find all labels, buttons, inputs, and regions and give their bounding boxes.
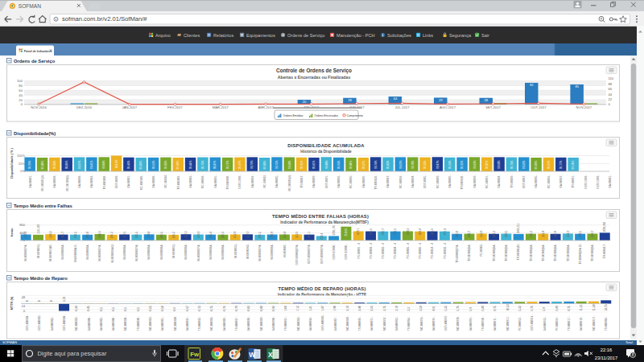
svg-text:BA-00098...: BA-00098... <box>78 173 81 187</box>
svg-text:GER-00900EPA...: GER-00900EPA... <box>320 242 324 264</box>
svg-text:1,47: 1,47 <box>321 306 324 311</box>
svg-text:GER-000984 -: GER-000984 - <box>26 314 29 331</box>
svg-text:0,5: 0,5 <box>100 307 103 311</box>
svg-text:Tempo Médio entre Falhas: Tempo Médio entre Falhas <box>14 204 72 208</box>
svg-text:94-00900EPA...: 94-00900EPA... <box>98 242 101 261</box>
svg-text:344,5: 344,5 <box>579 230 582 237</box>
svg-text:MC-00095...: MC-00095... <box>349 173 353 187</box>
svg-text:305,4: 305,4 <box>209 231 213 237</box>
svg-text:0,67: 0,67 <box>186 306 189 311</box>
svg-text:TEMPO MÉDIO DE REPARO (HORAS): TEMPO MÉDIO DE REPARO (HORAS) <box>278 286 365 291</box>
svg-text:GER-0087...: GER-0087... <box>522 173 526 187</box>
svg-text:Histórico da Disponibilidade: Histórico da Disponibilidade <box>300 149 352 153</box>
svg-text:99,83%: 99,83% <box>386 160 390 169</box>
svg-text:Tempo Médio de Reparo: Tempo Médio de Reparo <box>14 276 68 281</box>
svg-text:99,85%: 99,85% <box>53 160 56 169</box>
svg-text:104,6%: 104,6% <box>115 159 118 168</box>
svg-text:99,99%: 99,99% <box>28 160 31 169</box>
svg-text:SOFMAN: SOFMAN <box>19 3 41 9</box>
svg-text:99,78%: 99,78% <box>411 160 415 169</box>
svg-text:BA-000990 -: BA-000990 - <box>272 316 275 331</box>
svg-text:0: 0 <box>26 300 29 302</box>
svg-text:475,6: 475,6 <box>369 228 373 234</box>
svg-text:92: 92 <box>530 83 534 87</box>
svg-text:MC-000992 -: MC-000992 - <box>383 315 386 331</box>
svg-text:MC-00091...: MC-00091... <box>485 173 489 187</box>
svg-text:239,82: 239,82 <box>602 221 606 232</box>
svg-text:MC-000989 -: MC-000989 - <box>260 315 263 331</box>
svg-text:2,75: 2,75 <box>383 306 386 311</box>
svg-text:TR-00900(BA...: TR-00900(BA... <box>554 242 557 261</box>
svg-text:8: 8 <box>632 352 634 357</box>
svg-text:2,56: 2,56 <box>370 306 374 311</box>
svg-text:98,87%: 98,87% <box>213 160 217 169</box>
svg-text:340,8: 340,8 <box>456 230 459 237</box>
svg-text:99,77%: 99,77% <box>559 160 563 169</box>
svg-text:300,5: 300,5 <box>160 231 163 237</box>
svg-text:Controle de Ordens de Serviço: Controle de Ordens de Serviço <box>276 68 352 74</box>
svg-text:20: 20 <box>303 100 307 104</box>
svg-text:PG-00043 - 4: PG-00043 - 4 <box>444 242 447 258</box>
svg-text:OUT-2017: OUT-2017 <box>530 105 547 109</box>
svg-text:110,43: 110,43 <box>36 224 40 234</box>
svg-text:94-00900BA...: 94-00900BA... <box>160 242 163 259</box>
svg-text:W: W <box>249 351 256 359</box>
svg-text:TR-000917 -: TR-000917 - <box>568 316 571 331</box>
svg-text:8,75: 8,75 <box>493 306 497 311</box>
svg-text:MC-00089...: MC-00089... <box>436 173 440 187</box>
svg-text:266,51: 266,51 <box>516 222 520 232</box>
svg-text:Relatórios: Relatórios <box>213 33 233 38</box>
svg-text:Ordens de Serviço: Ordens de Serviço <box>14 59 56 64</box>
svg-text:TR-00900(43 -: TR-00900(43 - <box>517 242 520 259</box>
svg-text:TEMPO MÉDIO ENTRE FALHAS (HORA: TEMPO MÉDIO ENTRE FALHAS (HORAS) <box>272 213 369 219</box>
svg-text:MC-000995 -: MC-000995 - <box>420 315 423 331</box>
svg-text:2,40: 2,40 <box>358 306 361 311</box>
svg-text:310,9: 310,9 <box>197 231 200 237</box>
svg-text:MC-000983 -: MC-000983 - <box>75 315 78 331</box>
svg-text:Equipamentos: Equipamentos <box>246 33 275 38</box>
svg-text:6,49: 6,49 <box>481 306 485 311</box>
svg-text:356,9: 356,9 <box>567 230 570 237</box>
svg-text:PG-00002 - 4: PG-00002 - 4 <box>369 242 373 258</box>
svg-text:BA-000999 -: BA-000999 - <box>469 316 473 331</box>
svg-text:5,76: 5,76 <box>456 306 460 311</box>
svg-text:300,3: 300,3 <box>221 231 225 237</box>
svg-text:TR-000987 -: TR-000987 - <box>235 316 238 331</box>
svg-text:0,83: 0,83 <box>247 306 250 311</box>
svg-text:0,76: 0,76 <box>223 306 226 311</box>
svg-text:PC-000916 -: PC-000916 - <box>555 316 559 331</box>
svg-text:99,79%: 99,79% <box>250 160 254 169</box>
svg-text:475,6: 475,6 <box>431 228 434 234</box>
svg-text:0,88: 0,88 <box>260 306 263 311</box>
svg-text:BA-000988 -: BA-000988 - <box>247 316 250 331</box>
svg-text:99,41%: 99,41% <box>90 160 93 169</box>
svg-text:6,49: 6,49 <box>555 306 559 311</box>
svg-text:94-00900CAB...: 94-00900CAB... <box>49 242 52 261</box>
svg-text:310,4: 310,4 <box>24 231 27 237</box>
svg-text:99,44%: 99,44% <box>189 160 192 169</box>
svg-text:MC-000980 -: MC-000980 - <box>174 315 177 331</box>
svg-text:TR-00900(BA.72 -: TR-00900(BA.72 - <box>579 242 582 264</box>
svg-text:horas: horas <box>10 228 14 236</box>
svg-text:TR-00900(BA...: TR-00900(BA... <box>542 242 545 261</box>
svg-text:346,3: 346,3 <box>530 230 533 237</box>
svg-text:JAN-2017: JAN-2017 <box>122 105 138 109</box>
svg-text:99,82%: 99,82% <box>139 160 142 169</box>
svg-text:99,47%: 99,47% <box>238 160 242 169</box>
svg-text:BA-00093...: BA-00093... <box>337 173 341 187</box>
svg-text:110: 110 <box>609 76 614 80</box>
svg-text:TR-000994 -: TR-000994 - <box>407 316 411 331</box>
svg-text:SET-2017: SET-2017 <box>485 105 501 109</box>
svg-text:94-00900BA...: 94-00900BA... <box>209 242 213 259</box>
svg-text:3,72: 3,72 <box>63 296 66 302</box>
svg-text:TR-000910 -: TR-000910 - <box>481 316 485 331</box>
svg-text:BA-000993 -: BA-000993 - <box>395 316 398 331</box>
svg-text:BA-000991 -: BA-000991 - <box>370 316 374 331</box>
svg-text:GER-000984 -: GER-000984 - <box>63 314 66 331</box>
svg-text:4,61: 4,61 <box>432 306 436 311</box>
svg-text:PG-00003 - 4: PG-00003 - 4 <box>382 242 385 258</box>
svg-text:23/11/2017: 23/11/2017 <box>595 356 618 360</box>
svg-text:BA-00081...: BA-00081... <box>609 173 612 187</box>
svg-text:3,19: 3,19 <box>395 306 398 311</box>
svg-text:TR-00900(BA...: TR-00900(BA... <box>468 242 471 261</box>
